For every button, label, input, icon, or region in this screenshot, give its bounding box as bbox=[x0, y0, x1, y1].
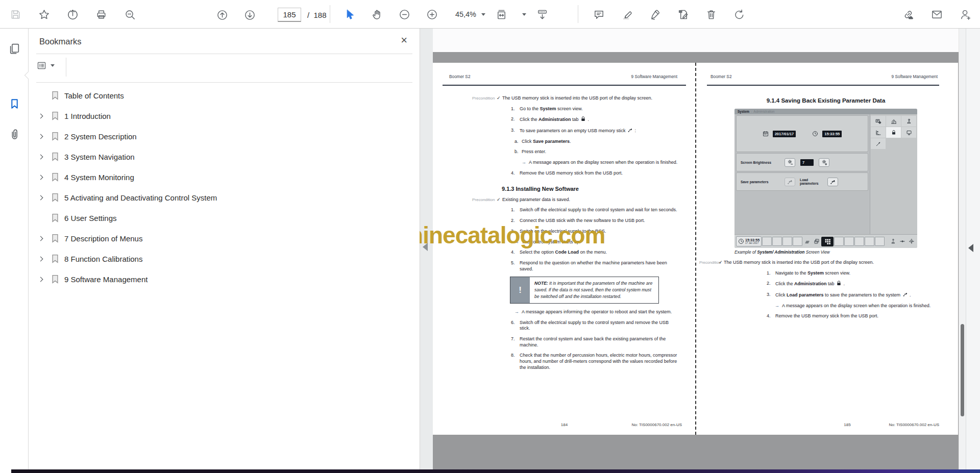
toolbar-separator bbox=[578, 5, 578, 23]
document-top-strip bbox=[433, 29, 959, 52]
screen-tab-empty bbox=[901, 138, 916, 149]
bookmark-item[interactable]: 4 System Monitoring bbox=[29, 167, 420, 187]
zoom-out-icon[interactable] bbox=[398, 8, 411, 21]
comment-icon[interactable] bbox=[592, 8, 605, 21]
section-title: 9.1.4 Saving Back Existing Parameter Dat… bbox=[734, 97, 917, 104]
chevron-right-icon[interactable] bbox=[38, 113, 43, 118]
lock-icon bbox=[837, 281, 841, 286]
bookmark-glyph-icon bbox=[51, 233, 64, 243]
scroll-mode-icon[interactable] bbox=[535, 8, 549, 21]
attachments-icon[interactable] bbox=[0, 122, 29, 146]
collapse-panel-arrow-icon[interactable] bbox=[423, 243, 428, 251]
star-icon[interactable] bbox=[37, 8, 51, 21]
check-mark: ✓ bbox=[497, 197, 502, 203]
zoom-level-display[interactable]: 45,4% bbox=[454, 10, 476, 18]
bookmark-item[interactable]: 5 Activating and Deactivating Control Sy… bbox=[29, 187, 420, 208]
screen-tab-level bbox=[871, 127, 886, 138]
numbered-step: 1.Switch off the electrical supply to th… bbox=[472, 207, 679, 213]
redo-icon[interactable] bbox=[732, 8, 746, 21]
chevron-right-icon[interactable] bbox=[38, 236, 43, 241]
bookmark-label: 8 Function Calibrations bbox=[64, 255, 142, 263]
result-arrow-icon: → bbox=[775, 303, 782, 309]
page-header-right: 9 Software Management bbox=[631, 74, 677, 79]
search-icon[interactable] bbox=[123, 8, 136, 21]
chevron-right-icon[interactable] bbox=[38, 195, 43, 200]
bookmarks-panel-title: Bookmarks bbox=[39, 37, 82, 46]
embedded-screenshot: System - Administration 2017/01/17 15:33… bbox=[734, 109, 917, 248]
share-link-icon[interactable] bbox=[901, 8, 915, 21]
status-clock: 15:33:5517 Jan 2017 bbox=[736, 236, 762, 246]
chevron-right-icon[interactable] bbox=[38, 154, 43, 159]
page-up-button[interactable] bbox=[215, 8, 229, 21]
share-upload-icon[interactable] bbox=[66, 8, 79, 21]
usb-icon bbox=[628, 128, 632, 133]
lock-icon bbox=[581, 116, 585, 121]
numbered-step: 4.Remove the USB memory stick from the U… bbox=[699, 313, 950, 319]
bookmarks-icon[interactable] bbox=[0, 92, 29, 115]
numbered-step: 8.Check that the number of percussion ho… bbox=[472, 353, 679, 370]
numbered-step: 2.Click the Administration tab . bbox=[472, 116, 679, 123]
numbered-step: 4.Remove the USB memory stick from the U… bbox=[472, 170, 679, 177]
email-icon[interactable] bbox=[930, 8, 943, 21]
precondition-row: Precondition✓The USB memory stick is ins… bbox=[699, 260, 950, 266]
zoom-in-icon[interactable] bbox=[425, 8, 438, 21]
bookmark-item[interactable]: 2 System Description bbox=[29, 126, 420, 146]
add-person-icon[interactable] bbox=[959, 8, 972, 21]
chevron-down-icon[interactable] bbox=[522, 13, 526, 16]
chevron-right-icon[interactable] bbox=[38, 175, 43, 180]
precondition-row: Precondition✓The USB memory stick is ins… bbox=[472, 95, 679, 102]
chevron-down-icon[interactable] bbox=[481, 13, 485, 16]
toolbar-view-group: 45,4% bbox=[342, 8, 563, 21]
bookmark-label: 6 User Settings bbox=[64, 214, 117, 222]
bookmark-item[interactable]: 6 User Settings bbox=[29, 208, 420, 228]
collapse-right-panel-arrow-icon[interactable] bbox=[968, 244, 973, 252]
page-number-input[interactable]: 185 bbox=[278, 8, 301, 22]
note-box: !NOTE: It is important that the paramete… bbox=[510, 277, 659, 304]
bookmark-item[interactable]: 7 Description of Menus bbox=[29, 228, 420, 248]
bookmarks-panel: Bookmarks × Table of Contents1 Introduct… bbox=[29, 29, 420, 469]
bookmark-options-button[interactable] bbox=[36, 60, 55, 71]
bookmark-item[interactable]: 1 Introduction bbox=[29, 106, 420, 126]
print-icon[interactable] bbox=[94, 8, 108, 21]
chevron-right-icon[interactable] bbox=[38, 277, 43, 282]
bookmark-item[interactable]: 8 Function Calibrations bbox=[29, 248, 420, 269]
scrollbar-thumb[interactable] bbox=[961, 324, 964, 416]
save-icon[interactable] bbox=[9, 8, 22, 21]
panel-divider bbox=[36, 54, 412, 54]
numbered-step: 1.Go to the System screen view. bbox=[472, 106, 679, 112]
bookmark-label: 1 Introduction bbox=[64, 112, 111, 120]
save-parameters-label: Save parameters bbox=[741, 180, 785, 184]
usb-icon bbox=[787, 179, 793, 185]
edit-page-icon[interactable] bbox=[676, 8, 690, 21]
vertical-scrollbar[interactable] bbox=[959, 29, 966, 469]
sign-icon[interactable] bbox=[648, 8, 662, 21]
highlight-icon[interactable] bbox=[620, 8, 633, 21]
page-down-button[interactable] bbox=[243, 8, 256, 21]
bookmark-glyph-icon bbox=[51, 152, 64, 162]
chevron-right-icon[interactable] bbox=[38, 256, 43, 261]
close-icon[interactable]: × bbox=[401, 34, 407, 47]
sun-plus-icon bbox=[821, 159, 827, 165]
bookmark-item[interactable]: 3 System Navigation bbox=[29, 146, 420, 167]
document-number: No: TIS0000670.002 en-US bbox=[631, 422, 682, 427]
screen-main-panel: 2017/01/17 15:33:55 Screen Brightness 7 … bbox=[734, 114, 870, 234]
status-empty-cell bbox=[854, 237, 864, 246]
window-ic-icon bbox=[812, 237, 821, 246]
chevron-right-icon[interactable] bbox=[38, 134, 43, 139]
select-cursor-icon[interactable] bbox=[342, 8, 356, 21]
panel-splitter[interactable] bbox=[420, 29, 433, 469]
hand-icon[interactable] bbox=[370, 8, 383, 21]
bookmark-glyph-icon bbox=[51, 254, 64, 264]
header-rule bbox=[707, 85, 939, 86]
page-thumbnails-icon[interactable] bbox=[0, 37, 29, 60]
bookmark-glyph-icon bbox=[51, 90, 64, 101]
bookmark-item[interactable]: Table of Contents bbox=[29, 85, 420, 106]
status-empty-cell bbox=[834, 237, 844, 246]
bookmark-item[interactable]: 9 Software Management bbox=[29, 269, 420, 289]
joy-mini-icon bbox=[889, 237, 897, 246]
bookmark-label: 7 Description of Menus bbox=[64, 234, 142, 243]
note-text: NOTE: It is important that the parameter… bbox=[530, 277, 658, 303]
trash-icon[interactable] bbox=[704, 8, 718, 21]
fit-width-icon[interactable] bbox=[495, 8, 508, 21]
usb-icon bbox=[830, 179, 836, 185]
